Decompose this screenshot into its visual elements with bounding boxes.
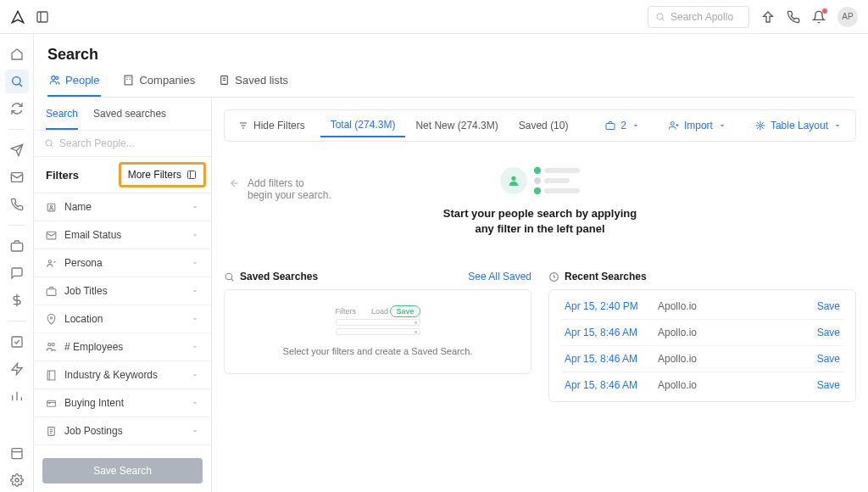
svg-line-5 (19, 84, 21, 87)
sub-tab-search[interactable]: Search (46, 108, 78, 130)
recent-searches-card: Apr 15, 2:40 PMApollo.ioSaveApr 15, 8:46… (548, 289, 856, 402)
svg-rect-0 (37, 12, 47, 22)
recent-save-link[interactable]: Save (817, 353, 840, 365)
panel-search-input[interactable]: Search People... (44, 137, 201, 149)
filter-persona[interactable]: Persona (34, 249, 211, 277)
filters-panel: SearchSaved searches Search People... Fi… (34, 98, 212, 492)
nav-home[interactable] (5, 42, 29, 66)
filters-title: Filters (46, 169, 79, 182)
recent-row: Apr 15, 2:40 PMApollo.ioSave (561, 294, 843, 320)
global-search[interactable]: Search Apollo (648, 6, 749, 28)
recent-save-link[interactable]: Save (817, 300, 840, 312)
nav-calls[interactable] (5, 193, 29, 216)
svg-point-35 (50, 316, 52, 318)
result-tab-net[interactable]: Net New (274.3M) (405, 114, 508, 137)
empty-illustration (500, 167, 580, 194)
svg-point-36 (48, 343, 51, 345)
nav-tasks[interactable] (5, 330, 29, 354)
recent-row: Apr 15, 8:46 AMApollo.ioSave (561, 372, 843, 398)
svg-point-55 (759, 125, 761, 127)
svg-point-2 (657, 14, 663, 20)
panel-toggle-icon[interactable] (36, 10, 49, 24)
filter-email-status[interactable]: Email Status (34, 221, 211, 249)
save-search-button[interactable]: Save Search (42, 458, 203, 484)
avatar[interactable]: AP (837, 7, 858, 27)
filter-buying-intent[interactable]: Buying Intent (34, 389, 211, 417)
upgrade-icon[interactable] (761, 10, 775, 24)
page-title: Search (47, 46, 854, 64)
recent-time-link[interactable]: Apr 15, 2:40 PM (565, 300, 658, 312)
recent-label: Apollo.io (658, 379, 697, 391)
svg-rect-9 (12, 337, 22, 347)
nav-search[interactable] (5, 70, 29, 93)
svg-point-33 (48, 260, 51, 262)
nav-briefcase[interactable] (5, 234, 29, 258)
svg-rect-7 (11, 243, 22, 251)
recent-row: Apr 15, 8:46 AMApollo.ioSave (561, 346, 843, 372)
svg-rect-13 (12, 449, 22, 459)
recent-row: Apr 15, 8:46 AMApollo.ioSave (561, 320, 843, 346)
nav-calendar[interactable] (5, 441, 29, 465)
result-tab-saved[interactable]: Saved (10) (509, 114, 579, 137)
recent-label: Apollo.io (658, 300, 697, 312)
svg-rect-40 (47, 400, 56, 406)
svg-point-37 (52, 343, 54, 345)
nav-plays[interactable] (5, 357, 29, 381)
svg-line-3 (662, 19, 665, 21)
saved-searches-title: Saved Searches (240, 271, 318, 282)
svg-point-41 (49, 402, 50, 403)
main-tab-companies[interactable]: Companies (121, 74, 197, 97)
svg-point-31 (50, 205, 52, 207)
list-count-button[interactable]: 2 (595, 115, 650, 137)
nav-refresh[interactable] (5, 97, 29, 120)
recent-label: Apollo.io (658, 353, 697, 365)
svg-point-26 (46, 140, 52, 146)
svg-rect-51 (606, 124, 615, 130)
recent-searches-title: Recent Searches (565, 271, 647, 282)
recent-save-link[interactable]: Save (817, 379, 840, 391)
nav-dollar[interactable] (5, 288, 29, 312)
filter-job-postings[interactable]: Job Postings (34, 417, 211, 445)
nav-settings[interactable] (5, 468, 29, 492)
svg-point-16 (52, 76, 55, 80)
phone-icon[interactable] (787, 10, 800, 24)
global-search-placeholder: Search Apollo (670, 11, 733, 23)
filter-job-titles[interactable]: Job Titles (34, 277, 211, 305)
more-filters-button[interactable]: More Filters (119, 162, 206, 187)
nav-send[interactable] (5, 138, 29, 162)
recent-save-link[interactable]: Save (817, 327, 840, 338)
filter-industry-keywords[interactable]: Industry & Keywords (34, 361, 211, 389)
saved-searches-desc: Select your filters and create a Saved S… (283, 346, 473, 356)
recent-time-link[interactable]: Apr 15, 8:46 AM (565, 327, 658, 338)
main-tab-saved-lists[interactable]: Saved lists (217, 74, 290, 97)
results-area: Hide Filters Total (274.3M)Net New (274.… (212, 98, 868, 492)
empty-title: Start your people search by applying any… (438, 206, 642, 237)
nav-chat[interactable] (5, 261, 29, 285)
results-toolbar: Hide Filters Total (274.3M)Net New (274.… (224, 109, 856, 142)
recent-label: Apollo.io (658, 327, 697, 338)
sub-tab-saved-searches[interactable]: Saved searches (93, 108, 166, 130)
filter-location[interactable]: Location (34, 305, 211, 333)
svg-point-15 (15, 478, 19, 482)
nav-analytics[interactable] (5, 384, 29, 408)
svg-line-27 (51, 145, 53, 148)
svg-point-4 (12, 77, 19, 85)
recent-time-link[interactable]: Apr 15, 8:46 AM (565, 379, 658, 391)
svg-point-58 (225, 273, 232, 280)
filter-name[interactable]: Name (34, 193, 211, 221)
bell-icon[interactable] (812, 10, 826, 24)
see-all-saved-link[interactable]: See All Saved (468, 271, 531, 282)
svg-line-59 (231, 279, 234, 282)
main-tabs: PeopleCompaniesSaved lists (47, 74, 854, 98)
svg-point-57 (511, 176, 515, 181)
import-button[interactable]: Import (659, 115, 737, 137)
result-tab-total[interactable]: Total (274.3M) (320, 114, 406, 137)
filter--employees[interactable]: # Employees (34, 333, 211, 361)
layout-button[interactable]: Table Layout (745, 115, 852, 137)
main-tab-people[interactable]: People (47, 74, 101, 97)
recent-time-link[interactable]: Apr 15, 8:46 AM (565, 353, 658, 365)
hide-filters-button[interactable]: Hide Filters (228, 115, 315, 137)
nav-mail[interactable] (5, 165, 29, 189)
logo-icon[interactable] (10, 9, 25, 25)
left-nav (0, 34, 34, 492)
